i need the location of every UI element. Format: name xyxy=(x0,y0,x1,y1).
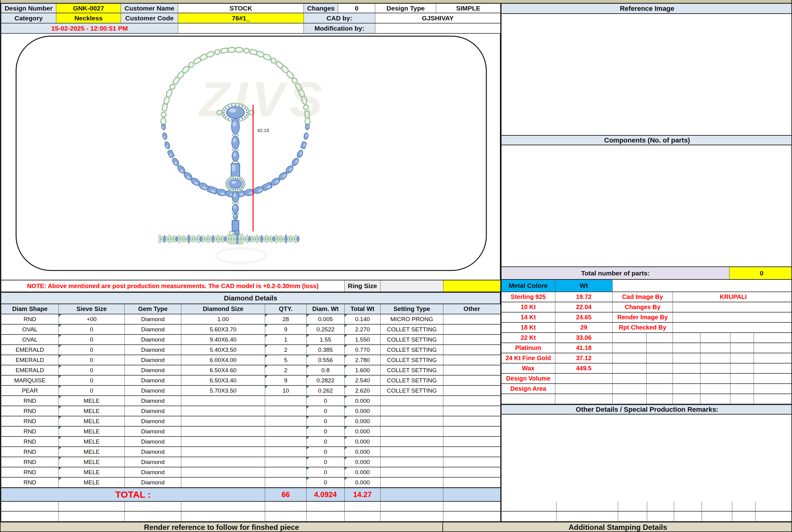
metal-wt-cell[interactable] xyxy=(555,384,612,394)
empty-grid-cell[interactable] xyxy=(265,512,307,522)
diamond-cell[interactable] xyxy=(181,396,265,406)
empty-grid-cell[interactable] xyxy=(556,512,618,522)
empty-grid-cell[interactable] xyxy=(618,512,647,522)
diamond-cell[interactable]: 0.000 xyxy=(345,478,381,488)
diamond-cell[interactable]: MARQUISE xyxy=(1,376,59,386)
metal-wt-cell[interactable] xyxy=(555,394,612,404)
diamond-cell[interactable] xyxy=(265,416,307,426)
diamond-cell[interactable]: 0.000 xyxy=(345,416,381,426)
empty-grid-cell[interactable] xyxy=(700,394,731,404)
diamond-cell[interactable]: 0.000 xyxy=(345,447,381,457)
empty-grid-cell[interactable] xyxy=(125,512,181,522)
changes-value[interactable]: 0 xyxy=(338,4,375,13)
diamond-cell[interactable]: 6.50X3.40 xyxy=(181,376,265,386)
diamond-cell[interactable]: COLLET SETTING xyxy=(381,335,443,345)
diamond-cell[interactable]: 0 xyxy=(59,325,125,335)
empty-grid-cell[interactable] xyxy=(731,374,754,384)
diamond-cell[interactable]: 0 xyxy=(307,478,345,488)
diamond-cell[interactable] xyxy=(381,396,443,406)
empty-grid-cell[interactable] xyxy=(702,502,732,512)
diamond-cell[interactable] xyxy=(181,437,265,447)
diamond-cell[interactable]: MICRO PRONG xyxy=(381,315,443,325)
empty-grid-cell[interactable] xyxy=(731,394,754,404)
diamond-cell[interactable]: COLLET SETTING xyxy=(381,325,443,335)
diamond-cell[interactable]: 1.600 xyxy=(345,365,381,376)
diamond-cell[interactable] xyxy=(443,345,501,355)
customer-name-value[interactable]: STOCK xyxy=(178,4,304,13)
empty-grid-cell[interactable] xyxy=(754,353,792,363)
diamond-cell[interactable]: 9 xyxy=(265,376,307,386)
empty-grid-cell[interactable] xyxy=(702,512,732,522)
other-details-area[interactable] xyxy=(501,415,792,502)
diamond-cell[interactable]: 0.000 xyxy=(345,396,381,406)
metal-wt-cell[interactable]: 41.18 xyxy=(555,343,612,353)
diamond-cell[interactable]: 5 xyxy=(265,355,307,365)
empty-grid-cell[interactable] xyxy=(755,512,792,522)
empty-grid-cell[interactable] xyxy=(265,502,307,512)
design-number-value[interactable]: GNK-0027 xyxy=(56,4,121,13)
diamond-cell[interactable] xyxy=(381,478,443,488)
diamond-cell[interactable] xyxy=(381,468,443,478)
diamond-cell[interactable] xyxy=(265,406,307,416)
diamond-cell[interactable]: 6.50X4.60 xyxy=(181,365,265,376)
diamond-cell[interactable]: Diamond xyxy=(125,355,181,365)
empty-grid-cell[interactable] xyxy=(673,343,700,353)
diamond-cell[interactable]: Diamond xyxy=(125,335,181,345)
metal-wt-cell[interactable]: 33.06 xyxy=(555,333,612,343)
diamond-cell[interactable]: RND xyxy=(1,406,59,416)
diamond-cell[interactable] xyxy=(381,416,443,426)
empty-grid-cell[interactable] xyxy=(647,394,673,404)
diamond-cell[interactable]: 5.40X3.50 xyxy=(181,345,265,355)
diamond-cell[interactable]: MELE xyxy=(59,468,125,478)
diamond-cell[interactable]: Diamond xyxy=(125,396,181,406)
empty-grid-cell[interactable] xyxy=(443,502,501,512)
diamond-cell[interactable]: MELE xyxy=(59,457,125,468)
diamond-cell[interactable]: Diamond xyxy=(125,315,181,325)
diamond-cell[interactable]: RND xyxy=(1,396,59,406)
diamond-cell[interactable]: 9 xyxy=(265,325,307,335)
diamond-cell[interactable]: 0 xyxy=(59,335,125,345)
empty-grid-cell[interactable] xyxy=(755,502,792,512)
diamond-cell[interactable]: MELE xyxy=(59,396,125,406)
empty-grid-cell[interactable] xyxy=(732,512,755,522)
diamond-cell[interactable]: OVAL xyxy=(1,335,59,345)
diamond-cell[interactable]: 0 xyxy=(307,468,345,478)
diamond-cell[interactable]: RND xyxy=(1,315,59,325)
diamond-cell[interactable]: 0 xyxy=(307,406,345,416)
empty-grid-cell[interactable] xyxy=(647,384,673,394)
total-parts-value[interactable]: 0 xyxy=(730,267,792,279)
signoff-value-cell[interactable] xyxy=(673,312,792,323)
diamond-cell[interactable]: RND xyxy=(1,416,59,426)
empty-grid-cell[interactable] xyxy=(700,353,731,363)
empty-grid-cell[interactable] xyxy=(125,502,181,512)
design-type-value[interactable]: SIMPLE xyxy=(436,4,501,13)
diamond-cell[interactable] xyxy=(443,335,501,345)
diamond-cell[interactable]: 0 xyxy=(307,437,345,447)
diamond-cell[interactable]: 0 xyxy=(59,355,125,365)
diamond-cell[interactable]: MELE xyxy=(59,426,125,437)
diamond-cell[interactable]: MELE xyxy=(59,406,125,416)
diamond-cell[interactable]: Diamond xyxy=(125,416,181,426)
empty-grid-cell[interactable] xyxy=(181,512,265,522)
empty-grid-cell[interactable] xyxy=(754,394,792,404)
diamond-cell[interactable] xyxy=(443,325,501,335)
diamond-cell[interactable] xyxy=(181,426,265,437)
empty-grid-cell[interactable] xyxy=(754,363,792,374)
diamond-cell[interactable] xyxy=(265,447,307,457)
empty-grid-cell[interactable] xyxy=(647,343,673,353)
diamond-cell[interactable] xyxy=(443,365,501,376)
empty-grid-cell[interactable] xyxy=(345,502,381,512)
empty-grid-cell[interactable] xyxy=(501,512,556,522)
diamond-cell[interactable]: 1 xyxy=(265,335,307,345)
diamond-cell[interactable]: PEAR xyxy=(1,386,59,396)
diamond-cell[interactable]: Diamond xyxy=(125,345,181,355)
diamond-cell[interactable]: COLLET SETTING xyxy=(381,365,443,376)
empty-grid-cell[interactable] xyxy=(612,353,647,363)
diamond-cell[interactable]: 0 xyxy=(307,396,345,406)
diamond-cell[interactable]: 2.620 xyxy=(345,386,381,396)
empty-grid-cell[interactable] xyxy=(700,363,731,374)
diamond-cell[interactable]: Diamond xyxy=(125,447,181,457)
empty-grid-cell[interactable] xyxy=(1,512,59,522)
diamond-cell[interactable] xyxy=(381,426,443,437)
empty-grid-cell[interactable] xyxy=(673,384,700,394)
